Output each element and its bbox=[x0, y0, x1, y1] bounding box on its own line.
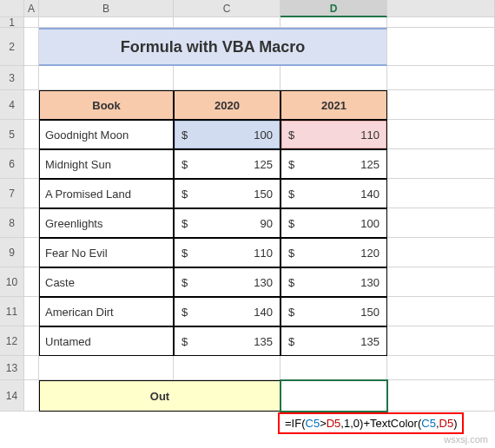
table-row-y2021[interactable]: $110 bbox=[280, 120, 387, 149]
currency-symbol: $ bbox=[288, 188, 294, 201]
cell[interactable] bbox=[24, 297, 39, 326]
cell[interactable] bbox=[387, 179, 495, 208]
table-row-y2021[interactable]: $130 bbox=[280, 267, 387, 297]
table-row-y2021[interactable]: $120 bbox=[280, 238, 387, 267]
cell[interactable] bbox=[39, 356, 174, 380]
table-row-y2020[interactable]: $135 bbox=[174, 326, 280, 356]
cell[interactable] bbox=[387, 238, 495, 267]
row-header-3[interactable]: 3 bbox=[0, 66, 24, 90]
table-row-y2020[interactable]: $130 bbox=[174, 267, 280, 297]
currency-symbol: $ bbox=[288, 306, 294, 319]
col-header-empty[interactable] bbox=[387, 0, 495, 17]
formula-ref-d5-2: D5 bbox=[439, 417, 454, 430]
currency-symbol: $ bbox=[182, 276, 188, 289]
cell[interactable] bbox=[24, 120, 39, 149]
cell[interactable] bbox=[387, 267, 495, 297]
row-header-7[interactable]: 7 bbox=[0, 179, 24, 208]
table-row-y2021[interactable]: $135 bbox=[280, 326, 387, 356]
cell[interactable] bbox=[24, 267, 39, 297]
table-row-name[interactable]: Greenlights bbox=[39, 208, 174, 238]
row-header-14[interactable]: 14 bbox=[0, 380, 24, 412]
row-header-6[interactable]: 6 bbox=[0, 149, 24, 179]
cell[interactable] bbox=[24, 208, 39, 238]
table-row-y2021[interactable]: $150 bbox=[280, 297, 387, 326]
currency-symbol: $ bbox=[182, 188, 188, 201]
out-label[interactable]: Out bbox=[39, 380, 280, 412]
row-header-9[interactable]: 9 bbox=[0, 238, 24, 267]
currency-symbol: $ bbox=[182, 217, 188, 230]
row-header-11[interactable]: 11 bbox=[0, 297, 24, 326]
table-row-y2021[interactable]: $140 bbox=[280, 179, 387, 208]
table-header-book[interactable]: Book bbox=[39, 90, 174, 120]
table-row-name[interactable]: Fear No Evil bbox=[39, 238, 174, 267]
cell[interactable] bbox=[387, 326, 495, 356]
formula-close2: ) bbox=[453, 417, 457, 430]
row-header-5[interactable]: 5 bbox=[0, 120, 24, 149]
cell[interactable] bbox=[174, 356, 280, 380]
table-row-name[interactable]: American Dirt bbox=[39, 297, 174, 326]
formula-fn-textcolor: TextColor bbox=[370, 417, 418, 430]
cell[interactable] bbox=[24, 356, 39, 380]
table-row-y2020[interactable]: $110 bbox=[174, 238, 280, 267]
cell[interactable] bbox=[24, 17, 39, 28]
cell[interactable] bbox=[387, 297, 495, 326]
cell[interactable] bbox=[174, 66, 280, 90]
cell[interactable] bbox=[387, 380, 495, 412]
watermark: wsxsj.com bbox=[444, 434, 488, 445]
col-header-a[interactable]: A bbox=[24, 0, 39, 17]
cell[interactable] bbox=[39, 66, 174, 90]
row-header-10[interactable]: 10 bbox=[0, 267, 24, 297]
table-header-2021[interactable]: 2021 bbox=[280, 90, 387, 120]
table-row-name[interactable]: Caste bbox=[39, 267, 174, 297]
table-row-y2020[interactable]: $125 bbox=[174, 149, 280, 179]
table-row-name[interactable]: Midnight Sun bbox=[39, 149, 174, 179]
cell[interactable] bbox=[174, 17, 280, 28]
money-value: 110 bbox=[360, 128, 380, 142]
cell[interactable] bbox=[387, 208, 495, 238]
cell[interactable] bbox=[387, 356, 495, 380]
table-row-name[interactable]: Untamed bbox=[39, 326, 174, 356]
row-header-12[interactable]: 12 bbox=[0, 326, 24, 356]
col-header-c[interactable]: C bbox=[174, 0, 280, 17]
col-header-d[interactable]: D bbox=[280, 0, 387, 17]
table-row-y2020[interactable]: $100 bbox=[174, 120, 280, 149]
cell[interactable] bbox=[24, 179, 39, 208]
table-row-y2020[interactable]: $140 bbox=[174, 297, 280, 326]
cell[interactable] bbox=[387, 149, 495, 179]
select-all-corner[interactable] bbox=[0, 0, 24, 17]
table-row-name[interactable]: A Promised Land bbox=[39, 179, 174, 208]
cell[interactable] bbox=[280, 17, 387, 28]
cell[interactable] bbox=[387, 28, 495, 66]
currency-symbol: $ bbox=[182, 128, 188, 142]
cell[interactable] bbox=[280, 66, 387, 90]
row-header-2[interactable]: 2 bbox=[0, 28, 24, 66]
cell[interactable] bbox=[24, 66, 39, 90]
out-value-cell[interactable] bbox=[280, 380, 387, 412]
table-row-y2021[interactable]: $100 bbox=[280, 208, 387, 238]
table-row-y2020[interactable]: $90 bbox=[174, 208, 280, 238]
cell[interactable] bbox=[387, 66, 495, 90]
currency-symbol: $ bbox=[288, 276, 294, 289]
row-header-8[interactable]: 8 bbox=[0, 208, 24, 238]
table-row-y2021[interactable]: $125 bbox=[280, 149, 387, 179]
row-header-1[interactable]: 1 bbox=[0, 17, 24, 28]
cell[interactable] bbox=[387, 17, 495, 28]
table-row-name[interactable]: Goodnight Moon bbox=[39, 120, 174, 149]
table-row-y2020[interactable]: $150 bbox=[174, 179, 280, 208]
cell[interactable] bbox=[24, 28, 39, 66]
col-header-b[interactable]: B bbox=[39, 0, 174, 17]
cell[interactable] bbox=[39, 17, 174, 28]
cell[interactable] bbox=[387, 120, 495, 149]
table-header-2020[interactable]: 2020 bbox=[174, 90, 280, 120]
currency-symbol: $ bbox=[182, 158, 188, 171]
cell[interactable] bbox=[387, 90, 495, 120]
row-header-13[interactable]: 13 bbox=[0, 356, 24, 380]
cell[interactable] bbox=[280, 356, 387, 380]
cell[interactable] bbox=[24, 380, 39, 412]
cell[interactable] bbox=[24, 90, 39, 120]
spreadsheet-grid[interactable]: A B C D 1 2 Formula with VBA Macro 3 4 B… bbox=[0, 0, 495, 412]
row-header-4[interactable]: 4 bbox=[0, 90, 24, 120]
cell[interactable] bbox=[24, 149, 39, 179]
cell[interactable] bbox=[24, 326, 39, 356]
cell[interactable] bbox=[24, 238, 39, 267]
